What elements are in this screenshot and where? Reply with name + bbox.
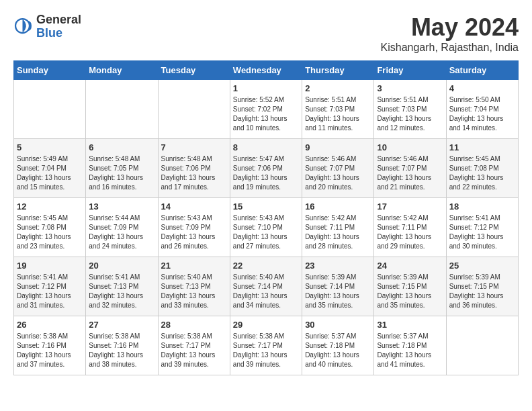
calendar-week-row: 5Sunrise: 5:49 AM Sunset: 7:04 PM Daylig… xyxy=(14,139,519,198)
day-number: 8 xyxy=(233,142,299,152)
cell-info: Sunrise: 5:38 AM Sunset: 7:17 PM Dayligh… xyxy=(161,332,227,369)
day-number: 7 xyxy=(161,142,227,152)
cell-info: Sunrise: 5:41 AM Sunset: 7:13 PM Dayligh… xyxy=(89,273,154,310)
day-number: 28 xyxy=(161,320,227,330)
calendar-cell: 27Sunrise: 5:38 AM Sunset: 7:16 PM Dayli… xyxy=(86,316,158,375)
logo-icon xyxy=(13,17,34,37)
weekday-header: Thursday xyxy=(302,61,374,80)
calendar-cell: 20Sunrise: 5:41 AM Sunset: 7:13 PM Dayli… xyxy=(86,257,158,316)
calendar-cell: 26Sunrise: 5:38 AM Sunset: 7:16 PM Dayli… xyxy=(14,316,86,375)
calendar-cell: 25Sunrise: 5:39 AM Sunset: 7:15 PM Dayli… xyxy=(446,257,518,316)
day-number: 30 xyxy=(305,320,371,330)
calendar-cell: 9Sunrise: 5:46 AM Sunset: 7:07 PM Daylig… xyxy=(302,139,374,198)
cell-info: Sunrise: 5:49 AM Sunset: 7:04 PM Dayligh… xyxy=(17,154,83,192)
calendar-cell: 16Sunrise: 5:42 AM Sunset: 7:11 PM Dayli… xyxy=(302,198,374,257)
cell-info: Sunrise: 5:48 AM Sunset: 7:06 PM Dayligh… xyxy=(161,154,227,192)
cell-info: Sunrise: 5:43 AM Sunset: 7:10 PM Dayligh… xyxy=(233,214,299,251)
calendar-cell: 6Sunrise: 5:48 AM Sunset: 7:05 PM Daylig… xyxy=(86,139,158,198)
day-number: 2 xyxy=(305,83,371,93)
day-number: 18 xyxy=(449,201,515,212)
day-number: 14 xyxy=(161,201,227,212)
calendar-cell: 11Sunrise: 5:45 AM Sunset: 7:08 PM Dayli… xyxy=(446,139,518,198)
day-number: 12 xyxy=(17,201,83,212)
cell-info: Sunrise: 5:45 AM Sunset: 7:08 PM Dayligh… xyxy=(17,214,83,251)
cell-info: Sunrise: 5:52 AM Sunset: 7:02 PM Dayligh… xyxy=(233,95,299,133)
weekday-header: Saturday xyxy=(446,61,518,80)
day-number: 10 xyxy=(377,142,443,152)
day-number: 6 xyxy=(89,142,154,152)
calendar-cell: 31Sunrise: 5:37 AM Sunset: 7:18 PM Dayli… xyxy=(374,316,446,375)
cell-info: Sunrise: 5:38 AM Sunset: 7:16 PM Dayligh… xyxy=(17,332,83,369)
calendar-cell: 14Sunrise: 5:43 AM Sunset: 7:09 PM Dayli… xyxy=(158,198,230,257)
cell-info: Sunrise: 5:37 AM Sunset: 7:18 PM Dayligh… xyxy=(305,332,371,369)
cell-info: Sunrise: 5:39 AM Sunset: 7:15 PM Dayligh… xyxy=(377,273,443,310)
calendar-cell: 8Sunrise: 5:47 AM Sunset: 7:06 PM Daylig… xyxy=(230,139,302,198)
calendar-cell: 17Sunrise: 5:42 AM Sunset: 7:11 PM Dayli… xyxy=(374,198,446,257)
logo-text: General Blue xyxy=(36,13,81,40)
day-number: 24 xyxy=(377,261,443,271)
calendar-cell xyxy=(14,80,86,139)
calendar-cell: 5Sunrise: 5:49 AM Sunset: 7:04 PM Daylig… xyxy=(14,139,86,198)
weekday-header: Friday xyxy=(374,61,446,80)
calendar-cell: 15Sunrise: 5:43 AM Sunset: 7:10 PM Dayli… xyxy=(230,198,302,257)
day-number: 3 xyxy=(377,83,443,93)
calendar-cell xyxy=(446,316,518,375)
cell-info: Sunrise: 5:46 AM Sunset: 7:07 PM Dayligh… xyxy=(377,154,443,192)
day-number: 29 xyxy=(233,320,299,330)
cell-info: Sunrise: 5:45 AM Sunset: 7:08 PM Dayligh… xyxy=(449,154,515,192)
calendar-cell xyxy=(158,80,230,139)
calendar-week-row: 12Sunrise: 5:45 AM Sunset: 7:08 PM Dayli… xyxy=(14,198,519,257)
calendar-week-row: 1Sunrise: 5:52 AM Sunset: 7:02 PM Daylig… xyxy=(14,80,519,139)
calendar-cell: 13Sunrise: 5:44 AM Sunset: 7:09 PM Dayli… xyxy=(86,198,158,257)
day-number: 31 xyxy=(377,320,443,330)
cell-info: Sunrise: 5:39 AM Sunset: 7:15 PM Dayligh… xyxy=(449,273,515,310)
calendar-cell: 10Sunrise: 5:46 AM Sunset: 7:07 PM Dayli… xyxy=(374,139,446,198)
cell-info: Sunrise: 5:42 AM Sunset: 7:11 PM Dayligh… xyxy=(305,214,371,251)
cell-info: Sunrise: 5:47 AM Sunset: 7:06 PM Dayligh… xyxy=(233,154,299,192)
cell-info: Sunrise: 5:41 AM Sunset: 7:12 PM Dayligh… xyxy=(17,273,83,310)
title-block: May 2024 Kishangarh, Rajasthan, India xyxy=(381,13,519,54)
day-number: 15 xyxy=(233,201,299,212)
weekday-header: Sunday xyxy=(14,61,86,80)
month-title: May 2024 xyxy=(381,13,519,42)
cell-info: Sunrise: 5:42 AM Sunset: 7:11 PM Dayligh… xyxy=(377,214,443,251)
cell-info: Sunrise: 5:38 AM Sunset: 7:17 PM Dayligh… xyxy=(233,332,299,369)
calendar-cell: 1Sunrise: 5:52 AM Sunset: 7:02 PM Daylig… xyxy=(230,80,302,139)
calendar-cell: 21Sunrise: 5:40 AM Sunset: 7:13 PM Dayli… xyxy=(158,257,230,316)
cell-info: Sunrise: 5:44 AM Sunset: 7:09 PM Dayligh… xyxy=(89,214,154,251)
day-number: 9 xyxy=(305,142,371,152)
day-number: 23 xyxy=(305,261,371,271)
weekday-header: Monday xyxy=(86,61,158,80)
cell-info: Sunrise: 5:40 AM Sunset: 7:14 PM Dayligh… xyxy=(233,273,299,310)
day-number: 17 xyxy=(377,201,443,212)
logo-blue: Blue xyxy=(36,27,81,40)
calendar-cell: 23Sunrise: 5:39 AM Sunset: 7:14 PM Dayli… xyxy=(302,257,374,316)
cell-info: Sunrise: 5:46 AM Sunset: 7:07 PM Dayligh… xyxy=(305,154,371,192)
calendar-cell: 2Sunrise: 5:51 AM Sunset: 7:03 PM Daylig… xyxy=(302,80,374,139)
cell-info: Sunrise: 5:43 AM Sunset: 7:09 PM Dayligh… xyxy=(161,214,227,251)
cell-info: Sunrise: 5:40 AM Sunset: 7:13 PM Dayligh… xyxy=(161,273,227,310)
cell-info: Sunrise: 5:51 AM Sunset: 7:03 PM Dayligh… xyxy=(377,95,443,133)
calendar-table: SundayMondayTuesdayWednesdayThursdayFrid… xyxy=(13,60,519,375)
weekday-header-row: SundayMondayTuesdayWednesdayThursdayFrid… xyxy=(14,61,519,80)
location-title: Kishangarh, Rajasthan, India xyxy=(381,42,519,54)
day-number: 25 xyxy=(449,261,515,271)
cell-info: Sunrise: 5:41 AM Sunset: 7:12 PM Dayligh… xyxy=(449,214,515,251)
calendar-cell: 19Sunrise: 5:41 AM Sunset: 7:12 PM Dayli… xyxy=(14,257,86,316)
cell-info: Sunrise: 5:39 AM Sunset: 7:14 PM Dayligh… xyxy=(305,273,371,310)
calendar-cell: 12Sunrise: 5:45 AM Sunset: 7:08 PM Dayli… xyxy=(14,198,86,257)
day-number: 27 xyxy=(89,320,154,330)
logo: General Blue xyxy=(13,13,81,40)
cell-info: Sunrise: 5:50 AM Sunset: 7:04 PM Dayligh… xyxy=(449,95,515,133)
day-number: 16 xyxy=(305,201,371,212)
day-number: 19 xyxy=(17,261,83,271)
weekday-header: Tuesday xyxy=(158,61,230,80)
day-number: 26 xyxy=(17,320,83,330)
cell-info: Sunrise: 5:48 AM Sunset: 7:05 PM Dayligh… xyxy=(89,154,154,192)
calendar-cell: 30Sunrise: 5:37 AM Sunset: 7:18 PM Dayli… xyxy=(302,316,374,375)
calendar-cell: 24Sunrise: 5:39 AM Sunset: 7:15 PM Dayli… xyxy=(374,257,446,316)
cell-info: Sunrise: 5:51 AM Sunset: 7:03 PM Dayligh… xyxy=(305,95,371,133)
calendar-week-row: 26Sunrise: 5:38 AM Sunset: 7:16 PM Dayli… xyxy=(14,316,519,375)
day-number: 5 xyxy=(17,142,83,152)
cell-info: Sunrise: 5:38 AM Sunset: 7:16 PM Dayligh… xyxy=(89,332,154,369)
